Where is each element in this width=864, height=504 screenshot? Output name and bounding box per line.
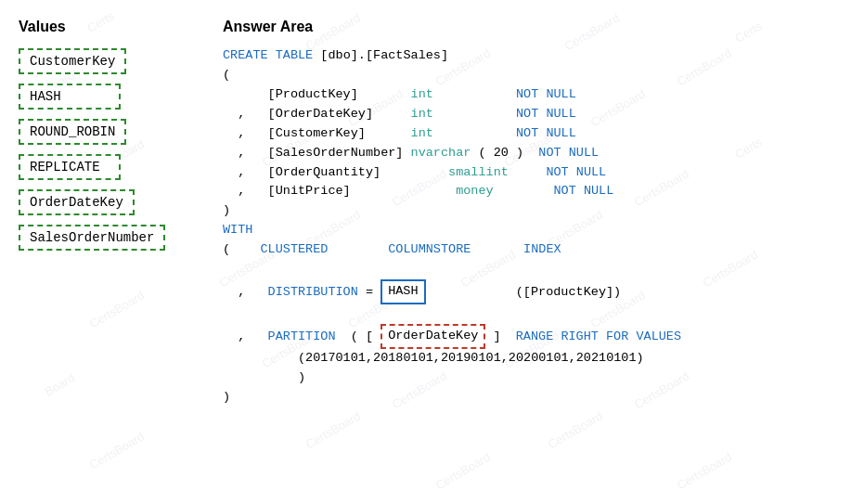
code-line-8: , [UnitPrice] money NOT NULL <box>223 182 845 201</box>
code-line-6: , [SalesOrderNumber] nvarchar ( 20 ) NOT… <box>223 144 845 163</box>
code-line-11: ( CLUSTERED COLUMNSTORE INDEX <box>223 240 845 260</box>
list-item[interactable]: CustomerKey <box>19 48 126 74</box>
code-line-2: ( <box>223 66 845 85</box>
hash-dropbox[interactable]: HASH <box>380 279 425 304</box>
values-panel: Values CustomerKey HASH ROUND_ROBIN REPL… <box>19 19 204 407</box>
code-line-4: , [OrderDateKey] int NOT NULL <box>223 105 845 124</box>
code-line-3: [ProductKey] int NOT NULL <box>223 85 845 105</box>
code-line-1: CREATE TABLE [dbo].[FactSales] <box>223 46 845 66</box>
code-line-14: (20170101,20180101,20190101,20200101,202… <box>223 349 845 368</box>
list-item[interactable]: OrderDateKey <box>19 189 135 215</box>
orderdate-dropbox[interactable]: OrderDateKey <box>380 324 485 349</box>
code-line-5: , [CustomerKey] int NOT NULL <box>223 124 845 144</box>
code-line-10: WITH <box>223 221 845 240</box>
list-item[interactable]: HASH <box>19 84 121 110</box>
code-line-12: , DISTRIBUTION = HASH ([ProductKey]) <box>223 260 845 304</box>
code-line-7: , [OrderQuantity] smallint NOT NULL <box>223 163 845 183</box>
code-line-13: , PARTITION ( [ OrderDateKey ] RANGE RIG… <box>223 304 845 349</box>
values-list: CustomerKey HASH ROUND_ROBIN REPLICATE O… <box>19 48 204 260</box>
values-title: Values <box>19 19 204 35</box>
list-item[interactable]: SalesOrderNumber <box>19 225 165 251</box>
list-item[interactable]: ROUND_ROBIN <box>19 119 126 145</box>
answer-panel: Answer Area CREATE TABLE [dbo].[FactSale… <box>204 19 845 407</box>
code-block: CREATE TABLE [dbo].[FactSales] ( [Produc… <box>223 46 845 407</box>
list-item[interactable]: REPLICATE <box>19 154 121 180</box>
code-line-9: ) <box>223 201 845 221</box>
code-line-16: ) <box>223 388 845 407</box>
code-line-15: ) <box>223 368 845 388</box>
answer-title: Answer Area <box>223 19 845 35</box>
